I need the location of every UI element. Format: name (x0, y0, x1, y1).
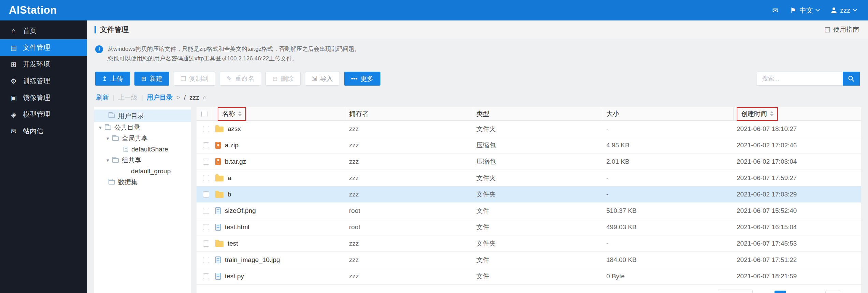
table-row[interactable]: a.zip zzz 压缩包 4.95 KB 2021-06-02 17:02:4… (197, 137, 861, 153)
row-checkbox[interactable] (203, 175, 209, 181)
row-checkbox[interactable] (203, 191, 209, 197)
archive-icon (215, 158, 221, 165)
size-column-header: 大小 (603, 107, 734, 120)
file-created: 2021-06-07 17:45:53 (734, 235, 861, 251)
tree-item-public-directory[interactable]: ▾ 公共目录 (94, 122, 191, 133)
breadcrumb-root-link[interactable]: 用户目录 (147, 93, 173, 102)
search-button[interactable] (843, 72, 860, 86)
file-size: 184.00 KB (603, 252, 734, 268)
rename-button[interactable]: ✎ 重命名 (220, 72, 261, 86)
tree-item-group-share[interactable]: ▾ 组共享 (94, 155, 191, 166)
tree-item-default-share[interactable]: defaultShare (94, 144, 191, 155)
breadcrumb-separator: | (113, 94, 114, 101)
caret-down-icon[interactable]: ▾ (99, 124, 105, 131)
file-owner: zzz (346, 186, 473, 202)
file-name[interactable]: a.zip (225, 142, 238, 149)
table-row[interactable]: azsx zzz 文件夹 - 2021-06-07 18:10:27 (197, 121, 861, 137)
language-menu[interactable]: ⚑ 中文 (790, 6, 819, 15)
created-column-header[interactable]: 创建时间 (741, 109, 767, 118)
file-name[interactable]: test (228, 240, 238, 247)
row-checkbox[interactable] (203, 257, 209, 263)
table-row-selected[interactable]: b zzz 文件夹 - 2021-06-02 17:03:29 (197, 186, 861, 203)
guide-link[interactable]: ❏ 使用指南 (825, 25, 859, 34)
tree-item-label: 组共享 (122, 156, 141, 165)
tree-item-user-directory[interactable]: 用户目录 (94, 109, 191, 122)
app-logo[interactable]: AIStation (0, 4, 57, 16)
sidebar-item-image-management[interactable]: ▣ 镜像管理 (0, 89, 87, 106)
file-name[interactable]: test.py (225, 273, 244, 280)
more-button[interactable]: ••• 更多 (344, 72, 380, 86)
table-row[interactable]: test zzz 文件夹 - 2021-06-07 17:45:53 (197, 235, 861, 252)
delete-button[interactable]: ⊟ 删除 (265, 72, 300, 86)
refresh-link[interactable]: 刷新 (96, 93, 109, 102)
tree-item-label: 公共目录 (114, 123, 140, 132)
file-name[interactable]: a (228, 174, 231, 182)
sidebar-item-training-management[interactable]: ⚙ 训练管理 (0, 73, 87, 89)
table-row[interactable]: train_image_10.jpg zzz 文件 184.00 KB 2021… (197, 252, 861, 268)
sidebar-item-messages[interactable]: ✉ 站内信 (0, 123, 87, 140)
select-all-checkbox[interactable] (201, 111, 207, 117)
caret-down-icon[interactable]: ▾ (106, 157, 112, 163)
table-row[interactable]: a zzz 文件夹 - 2021-06-07 17:59:27 (197, 170, 861, 186)
tree-item-dataset[interactable]: 数据集 (94, 177, 191, 188)
goto-page-input[interactable] (825, 291, 841, 293)
sort-icon[interactable] (770, 111, 773, 116)
folder-icon (108, 180, 115, 185)
page-header: 文件管理 ❏ 使用指南 (87, 20, 868, 39)
new-folder-button[interactable]: ⊞ 新建 (134, 72, 169, 86)
file-name[interactable]: azsx (228, 125, 241, 133)
table-row[interactable]: sizeOf.png root 文件 510.37 KB 2021-06-07 … (197, 203, 861, 219)
sidebar-item-label: 开发环境 (23, 60, 50, 69)
name-column-header[interactable]: 名称 (222, 109, 235, 118)
file-name[interactable]: b.tar.gz (225, 158, 246, 165)
file-name[interactable]: sizeOf.png (225, 207, 256, 215)
file-name[interactable]: train_image_10.jpg (225, 256, 280, 264)
prev-page-button[interactable]: ‹ (758, 291, 769, 293)
row-checkbox[interactable] (203, 142, 209, 148)
copy-to-button[interactable]: ❐ 复制到 (174, 72, 215, 86)
file-type: 文件夹 (473, 170, 603, 186)
search-input[interactable] (757, 72, 843, 86)
upload-button[interactable]: ↥ 上传 (95, 72, 130, 86)
tree-item-global-share[interactable]: ▾ 全局共享 (94, 133, 191, 144)
new-folder-icon: ⊞ (141, 76, 146, 82)
topbar-right: ✉ ⚑ 中文 zzz (772, 6, 868, 15)
page-number-button[interactable]: 1 (775, 291, 786, 293)
annotation-box-created-header: 创建时间 (737, 107, 778, 121)
up-level-link[interactable]: 上一级 (118, 93, 138, 102)
file-type: 文件夹 (473, 235, 603, 251)
row-checkbox[interactable] (203, 224, 209, 230)
folder-icon (105, 126, 111, 130)
sidebar-item-model-management[interactable]: ◈ 模型管理 (0, 106, 87, 123)
sidebar-item-dev-environment[interactable]: ⊞ 开发环境 (0, 56, 87, 73)
file-icon (215, 273, 221, 280)
model-management-icon: ◈ (10, 111, 18, 119)
sidebar-item-label: 文件管理 (23, 43, 50, 52)
mail-icon[interactable]: ✉ (772, 7, 779, 14)
row-checkbox[interactable] (203, 208, 209, 214)
sort-icon[interactable] (238, 111, 242, 116)
table-row[interactable]: b.tar.gz zzz 压缩包 2.01 KB 2021-06-02 17:0… (197, 153, 861, 170)
file-name[interactable]: test.html (225, 223, 249, 231)
type-column-header: 类型 (473, 107, 603, 120)
row-checkbox[interactable] (203, 240, 209, 247)
user-menu[interactable]: zzz (831, 6, 856, 14)
sidebar-item-file-management[interactable]: ▤ 文件管理 (0, 39, 87, 56)
tree-item-default-group[interactable]: default_group (94, 166, 191, 177)
breadcrumb-slash: / (184, 94, 186, 101)
breadcrumb-separator: | (141, 94, 143, 101)
table-row[interactable]: test.py zzz 文件 0 Byte 2021-06-07 18:21:5… (197, 268, 861, 284)
row-checkbox[interactable] (203, 159, 209, 165)
import-button[interactable]: ⇲ 导入 (305, 72, 340, 86)
page-size-select[interactable]: 50条/页 (718, 290, 753, 293)
file-type: 文件夹 (473, 186, 603, 202)
next-page-button[interactable]: › (791, 291, 803, 293)
sidebar-item-home[interactable]: ⌂ 首页 (0, 23, 87, 39)
table-row[interactable]: test.html root 文件 499.03 KB 2021-06-07 1… (197, 219, 861, 235)
upload-icon: ↥ (102, 76, 107, 82)
row-checkbox[interactable] (203, 126, 209, 132)
file-name[interactable]: b (228, 191, 231, 198)
row-checkbox[interactable] (203, 273, 209, 279)
caret-down-icon[interactable]: ▾ (106, 135, 112, 142)
alert-text: 从windows拷贝的压缩文件，只能是zip格式和全英文的tar.gz格式，否则… (107, 44, 360, 63)
